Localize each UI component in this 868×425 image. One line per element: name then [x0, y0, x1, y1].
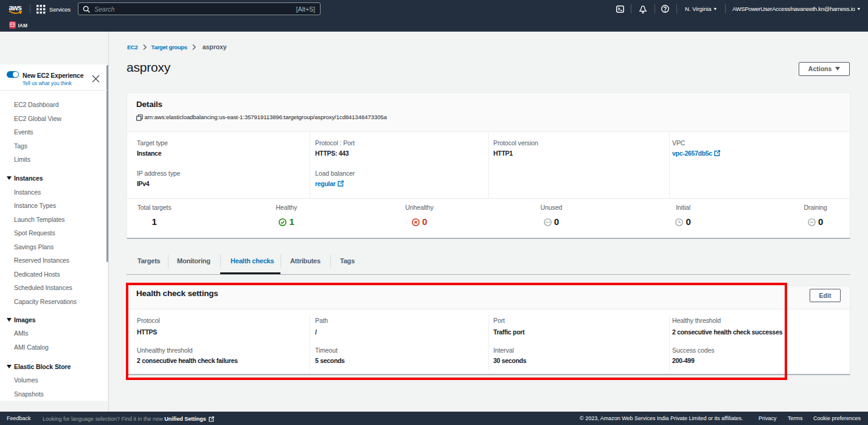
svg-text:aws: aws [9, 4, 23, 12]
